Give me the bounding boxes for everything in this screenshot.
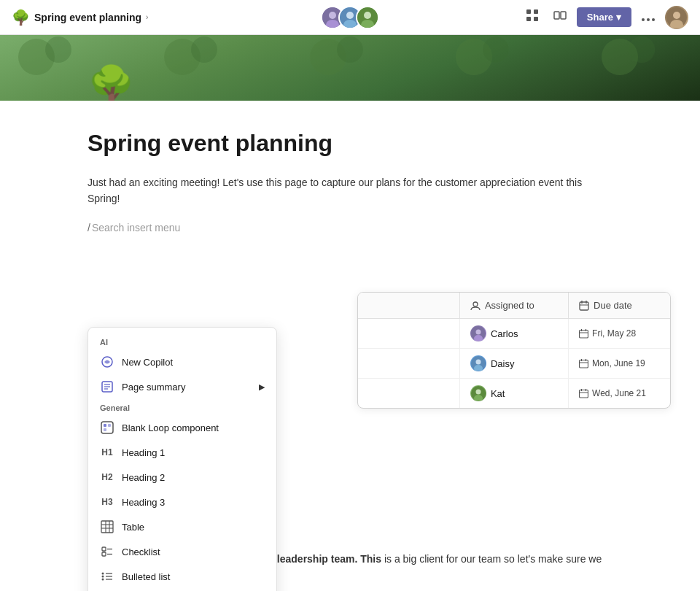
chevron-down-icon: ›	[146, 13, 148, 21]
svg-point-43	[102, 579, 104, 581]
hero-tree-icon: 🌳	[88, 63, 135, 101]
table-col-task	[358, 293, 460, 318]
menu-item-bulleted-list[interactable]: Bulleted list	[88, 564, 276, 589]
cell-assigned-1[interactable]: Carlos	[460, 319, 569, 348]
cell-task-3[interactable]	[358, 379, 460, 408]
share-button[interactable]: Share ▾	[577, 7, 631, 27]
svg-point-15	[642, 18, 645, 21]
menu-item-table[interactable]: Table	[88, 514, 276, 539]
person-icon	[470, 301, 481, 311]
menu-item-blank-loop[interactable]: Blank Loop component	[88, 415, 276, 440]
table-col-due: Due date	[569, 293, 670, 318]
due-date-2: Mon, June 19	[579, 358, 645, 368]
menu-item-label: Heading 3	[122, 497, 165, 508]
col-due-label: Due date	[594, 300, 632, 311]
more-options-button[interactable]	[637, 7, 659, 28]
svg-rect-28	[108, 424, 111, 427]
due-date-3: Wed, June 21	[579, 388, 646, 398]
daisy-avatar	[471, 356, 486, 371]
checklist-icon	[100, 544, 114, 559]
menu-item-label: Bulleted list	[122, 571, 170, 582]
share-chevron-icon: ▾	[616, 12, 621, 23]
h3-icon: H3	[100, 495, 114, 509]
table-row: Kat Wed, June 21	[358, 379, 670, 408]
svg-point-57	[475, 330, 481, 335]
svg-point-1	[329, 12, 336, 19]
search-insert-bar[interactable]: / Search insert menu	[88, 222, 612, 233]
menu-item-new-copilot[interactable]: New Copilot	[88, 349, 276, 374]
svg-point-71	[475, 390, 481, 395]
bullet-list-icon	[100, 569, 114, 584]
share-label: Share	[587, 12, 613, 23]
svg-point-64	[475, 360, 481, 365]
menu-item-label: Heading 2	[122, 472, 165, 483]
kat-avatar	[471, 386, 486, 401]
cell-assigned-3[interactable]: Kat	[460, 379, 569, 408]
cell-assigned-2[interactable]: Daisy	[460, 349, 569, 378]
table-row: Carlos Fri, May 28	[358, 319, 670, 349]
cell-due-1[interactable]: Fri, May 28	[569, 319, 670, 348]
cell-due-2[interactable]: Mon, June 19	[569, 349, 670, 378]
assigned-name-3: Kat	[491, 388, 505, 399]
assigned-avatar-3	[470, 385, 486, 401]
calendar-small-icon	[579, 329, 588, 339]
menu-item-label: New Copilot	[122, 357, 173, 368]
grid-icon	[526, 9, 539, 22]
cell-task-1[interactable]	[358, 319, 460, 348]
immersive-reader-button[interactable]	[549, 6, 571, 28]
menu-item-label: Checklist	[122, 546, 160, 557]
copilot-icon	[100, 355, 114, 369]
apps-button[interactable]	[521, 6, 543, 28]
page-heading: Spring event planning	[88, 130, 612, 157]
insert-menu-dropdown: AI New Copilot Page summary ▶	[88, 327, 277, 591]
svg-rect-11	[526, 17, 531, 21]
loop-icon	[100, 420, 114, 435]
menu-item-label: Table	[122, 522, 144, 533]
svg-point-4	[346, 12, 354, 19]
svg-rect-37	[102, 552, 106, 556]
table-icon	[100, 519, 114, 534]
table-row: Daisy Mon, June 19	[358, 349, 670, 379]
page-description: Just had an exciting meeting! Let's use …	[88, 174, 612, 207]
svg-rect-14	[561, 12, 566, 19]
avatar-3[interactable]	[356, 6, 379, 29]
svg-point-39	[102, 573, 104, 575]
assigned-avatar-1	[470, 325, 486, 341]
h1-icon: H1	[100, 445, 114, 460]
svg-point-16	[647, 18, 650, 21]
svg-rect-59	[580, 330, 588, 338]
svg-point-7	[364, 12, 371, 19]
menu-item-heading1[interactable]: H1 Heading 1	[88, 440, 276, 465]
menu-item-heading2[interactable]: H2 Heading 2	[88, 465, 276, 490]
assigned-name-2: Daisy	[491, 358, 515, 369]
collaborator-avatars	[321, 6, 379, 29]
reader-icon	[553, 9, 567, 22]
ellipsis-icon	[642, 18, 655, 21]
user-avatar[interactable]	[665, 6, 688, 29]
assigned-avatar-2	[470, 355, 486, 371]
svg-rect-30	[101, 521, 113, 533]
calendar-small-icon	[579, 389, 588, 398]
page-content: Spring event planning Just had an exciti…	[0, 101, 700, 233]
top-navigation: 🌳 Spring event planning ›	[0, 0, 700, 35]
menu-item-page-summary[interactable]: Page summary ▶	[88, 374, 276, 399]
carlos-avatar	[471, 326, 486, 341]
menu-section-general: General	[88, 399, 276, 415]
menu-item-label: Blank Loop component	[122, 422, 219, 433]
menu-item-heading3[interactable]: H3 Heading 3	[88, 490, 276, 514]
svg-point-41	[102, 576, 104, 578]
menu-item-checklist[interactable]: Checklist	[88, 539, 276, 564]
menu-item-label: Page summary	[122, 382, 185, 393]
svg-rect-52	[580, 302, 588, 310]
user-avatar-image	[666, 7, 687, 28]
menu-section-ai: AI	[88, 333, 276, 349]
cell-due-3[interactable]: Wed, June 21	[569, 379, 670, 408]
svg-point-51	[473, 302, 478, 306]
svg-rect-12	[534, 17, 538, 21]
svg-rect-66	[580, 360, 588, 368]
due-date-1: Fri, May 28	[579, 328, 636, 339]
table-col-assigned: Assigned to	[460, 293, 569, 318]
nav-right: Share ▾	[379, 6, 688, 29]
hero-banner: 🌳	[0, 35, 700, 101]
cell-task-2[interactable]	[358, 349, 460, 378]
